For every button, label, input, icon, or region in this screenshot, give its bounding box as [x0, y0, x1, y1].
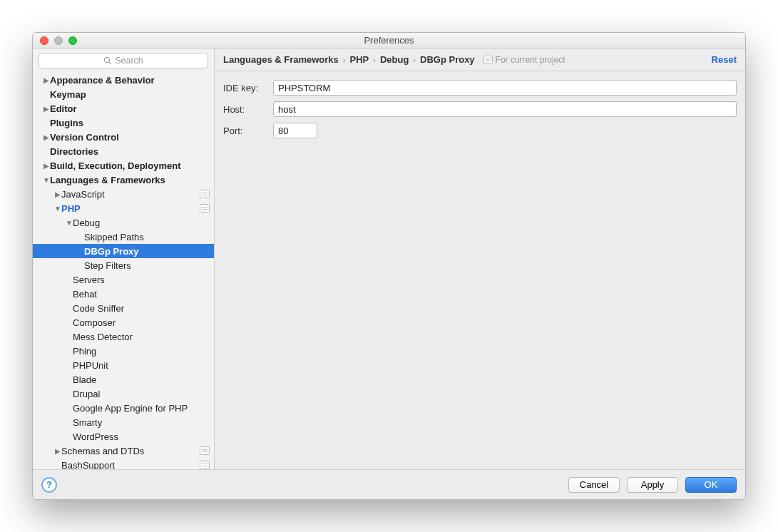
sidebar-item-label: PHP [61, 203, 81, 214]
sidebar-item[interactable]: ▶Blade [33, 372, 214, 387]
project-scope-icon [200, 190, 210, 198]
sidebar-item[interactable]: ▶DBGp Proxy [33, 244, 214, 258]
host-field[interactable] [273, 101, 737, 117]
sidebar-item-label: Composer [73, 317, 116, 328]
sidebar-item-label: Directories [50, 146, 98, 157]
project-scope-icon [200, 204, 210, 213]
sidebar-item[interactable]: ▶WordPress [33, 429, 214, 444]
preferences-window: Preferences Search ▶Appearance & Behavio… [32, 32, 746, 500]
ide-key-field[interactable] [273, 80, 737, 96]
sidebar-item[interactable]: ▼Debug [33, 215, 214, 230]
sidebar-item[interactable]: ▶Composer [33, 315, 214, 329]
sidebar-item-label: Appearance & Behavior [50, 75, 155, 86]
breadcrumb-part: Languages & Frameworks [223, 54, 339, 65]
sidebar-item[interactable]: ▶Version Control [33, 130, 214, 144]
sidebar-item[interactable]: ▶Plugins [33, 116, 214, 130]
sidebar-item-label: Schemas and DTDs [61, 446, 144, 456]
sidebar-item-label: Blade [73, 374, 96, 385]
sidebar-item[interactable]: ▶JavaScript [33, 187, 214, 201]
chevron-right-icon: ▶ [43, 133, 50, 141]
project-scope-icon [200, 446, 210, 455]
sidebar-item-label: WordPress [73, 431, 118, 442]
minimize-icon[interactable] [54, 36, 63, 45]
sidebar: Search ▶Appearance & Behavior▶Keymap▶Edi… [33, 48, 215, 469]
port-field[interactable] [273, 123, 317, 138]
chevron-down-icon: ▼ [66, 219, 73, 227]
apply-button[interactable]: Apply [627, 477, 678, 493]
traffic-lights [33, 36, 77, 45]
close-icon[interactable] [40, 36, 48, 45]
settings-tree[interactable]: ▶Appearance & Behavior▶Keymap▶Editor▶Plu… [33, 73, 214, 469]
sidebar-item[interactable]: ▶Behat [33, 287, 214, 301]
ok-button[interactable]: OK [685, 477, 737, 493]
sidebar-item[interactable]: ▶Editor [33, 101, 214, 116]
chevron-right-icon: ▶ [43, 76, 50, 84]
window-title: Preferences [33, 35, 745, 46]
sidebar-item[interactable]: ▶Servers [33, 272, 214, 287]
sidebar-item[interactable]: ▶Schemas and DTDs [33, 444, 214, 458]
sidebar-item[interactable]: ▶BashSupport [33, 458, 214, 469]
sidebar-item[interactable]: ▶Phing [33, 344, 214, 358]
sidebar-item-label: Google App Engine for PHP [73, 403, 188, 414]
sidebar-item-label: Drupal [73, 389, 100, 399]
sidebar-item[interactable]: ▶Directories [33, 144, 214, 158]
chevron-down-icon: ▼ [43, 176, 50, 184]
breadcrumb-part: PHP [350, 54, 369, 65]
sidebar-item-label: Languages & Frameworks [50, 175, 165, 185]
zoom-icon[interactable] [68, 36, 77, 45]
sidebar-item[interactable]: ▶Drupal [33, 387, 214, 401]
settings-form: IDE key: Host: Port: [215, 71, 745, 147]
sidebar-item[interactable]: ▶Smarty [33, 415, 214, 429]
search-icon [103, 56, 112, 65]
sidebar-item[interactable]: ▶Appearance & Behavior [33, 73, 214, 87]
breadcrumb-part: Debug [380, 54, 409, 65]
sidebar-item-label: Code Sniffer [73, 303, 124, 314]
sidebar-item[interactable]: ▶Step Filters [33, 258, 214, 272]
sidebar-item-label: DBGp Proxy [84, 246, 139, 257]
cancel-button[interactable]: Cancel [568, 477, 620, 493]
sidebar-item-label: PHPUnit [73, 360, 108, 371]
sidebar-item-label: BashSupport [61, 460, 115, 470]
scope-note: For current project [483, 55, 565, 65]
sidebar-item[interactable]: ▼Languages & Frameworks [33, 173, 214, 187]
sidebar-item-label: Smarty [73, 417, 102, 428]
sidebar-item[interactable]: ▶PHPUnit [33, 358, 214, 372]
sidebar-item-label: Step Filters [84, 260, 131, 271]
search-wrap: Search [33, 48, 214, 73]
titlebar: Preferences [33, 33, 745, 48]
sidebar-item-label: Keymap [50, 89, 86, 100]
sidebar-item-label: Debug [73, 218, 100, 228]
chevron-right-icon: › [413, 56, 416, 64]
chevron-right-icon: › [373, 56, 376, 64]
sidebar-item[interactable]: ▶Skipped Paths [33, 230, 214, 244]
sidebar-item[interactable]: ▼PHP [33, 201, 214, 215]
search-placeholder: Search [115, 56, 143, 66]
chevron-right-icon: ▶ [43, 162, 50, 170]
search-input[interactable]: Search [39, 53, 208, 68]
ide-key-label: IDE key: [223, 83, 267, 93]
sidebar-item[interactable]: ▶Google App Engine for PHP [33, 401, 214, 415]
chevron-right-icon: ▶ [54, 447, 61, 455]
chevron-right-icon: ▶ [43, 105, 50, 113]
sidebar-item[interactable]: ▶Mess Detector [33, 329, 214, 344]
sidebar-item-label: Phing [73, 346, 96, 357]
sidebar-item-label: Editor [50, 103, 77, 114]
sidebar-item-label: Build, Execution, Deployment [50, 160, 180, 171]
project-scope-icon [483, 56, 493, 63]
reset-button[interactable]: Reset [712, 54, 737, 65]
sidebar-item[interactable]: ▶Keymap [33, 87, 214, 101]
chevron-right-icon: › [343, 56, 346, 64]
help-button[interactable]: ? [41, 477, 57, 493]
footer: ? Cancel Apply OK [33, 469, 745, 499]
main-panel: Languages & Frameworks › PHP › Debug › D… [215, 48, 745, 469]
project-scope-icon [200, 461, 210, 469]
sidebar-item-label: Servers [73, 275, 105, 285]
sidebar-item-label: Skipped Paths [84, 232, 144, 242]
sidebar-item-label: Mess Detector [73, 332, 133, 342]
sidebar-item[interactable]: ▶Code Sniffer [33, 301, 214, 315]
scope-note-text: For current project [496, 55, 565, 65]
sidebar-item-label: Behat [73, 289, 97, 300]
breadcrumb: Languages & Frameworks › PHP › Debug › D… [215, 48, 745, 71]
port-label: Port: [223, 126, 267, 136]
sidebar-item[interactable]: ▶Build, Execution, Deployment [33, 158, 214, 173]
